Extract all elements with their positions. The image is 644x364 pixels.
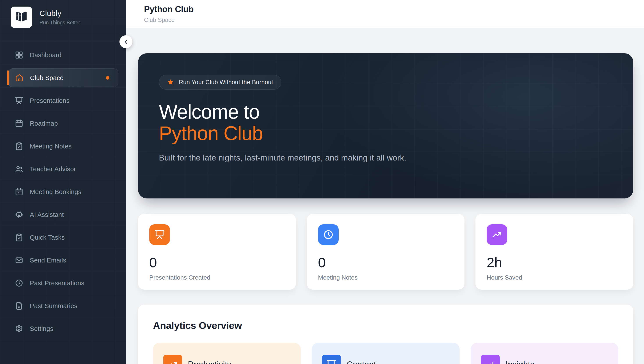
app-root: Clubly Run Things Better DashboardClub S… (0, 0, 644, 364)
hero-title-line1: Welcome to (159, 101, 260, 123)
gear-icon (15, 324, 23, 333)
presentation-icon (326, 359, 336, 364)
page-title: Python Club (144, 5, 644, 14)
mail-icon (15, 256, 23, 264)
hero-title-line2: Python Club (159, 122, 263, 144)
sidebar-item-label: Meeting Notes (30, 143, 72, 150)
grid-icon (15, 51, 23, 59)
file-text-icon (15, 302, 23, 310)
presentation-icon (154, 229, 165, 240)
analytics-card-productivity[interactable]: Productivity (153, 343, 301, 364)
clipboard-check-icon (15, 233, 23, 242)
page-header: Python Club Club Space (126, 0, 644, 28)
sidebar-item-dashboard[interactable]: Dashboard (8, 46, 118, 65)
sidebar-item-label: Quick Tasks (30, 234, 65, 241)
sidebar-item-label: Teacher Advisor (30, 166, 76, 173)
presentation-icon (15, 97, 23, 105)
clock-icon (318, 224, 339, 245)
calendar-dot-icon (15, 188, 23, 196)
bar-chart-icon (481, 355, 500, 364)
brand-tagline: Run Things Better (40, 20, 80, 26)
presentation-icon (149, 224, 170, 245)
sidebar-item-label: Send Emails (30, 257, 66, 264)
sidebar-nav: DashboardClub SpacePresentationsRoadmapM… (0, 34, 126, 338)
file-text-icon (15, 302, 23, 310)
analytics-title: Analytics Overview (153, 320, 618, 331)
gear-icon (15, 324, 23, 333)
sidebar-item-label: Past Summaries (30, 302, 78, 310)
bot-icon (15, 210, 23, 219)
stat-card-0: 0Presentations Created (138, 214, 296, 290)
sidebar-item-settings[interactable]: Settings (8, 319, 118, 338)
sidebar-item-label: Past Presentations (30, 280, 84, 287)
clubly-logo (11, 7, 32, 28)
hero-banner: Run Your Club Without the Burnout Welcom… (138, 53, 633, 198)
hero-title: Welcome to Python Club (159, 101, 633, 144)
clock-icon (15, 279, 23, 287)
sidebar-item-label: Roadmap (30, 120, 58, 127)
grid-icon (15, 51, 23, 59)
analytics-card-label: Content (346, 360, 376, 364)
sidebar-item-roadmap[interactable]: Roadmap (8, 114, 118, 133)
home-icon (15, 74, 24, 82)
stat-value: 2h (486, 255, 633, 270)
sidebar-item-label: AI Assistant (30, 211, 64, 218)
analytics-cards: ProductivityContentInsights (153, 343, 618, 364)
analytics-card-label: Productivity (188, 360, 232, 364)
sidebar-item-label: Settings (30, 325, 53, 332)
sidebar-item-ai-assistant[interactable]: AI Assistant (8, 205, 118, 224)
clock-icon (15, 279, 23, 287)
bot-icon (15, 210, 23, 219)
page-subtitle: Club Space (144, 17, 644, 24)
stats-row: 0Presentations Created0Meeting Notes2hHo… (138, 214, 633, 290)
sidebar: Clubly Run Things Better DashboardClub S… (0, 0, 126, 364)
analytics-section: Analytics Overview ProductivityContentIn… (138, 304, 633, 364)
presentation-icon (15, 97, 23, 105)
sidebar-item-past-presentations[interactable]: Past Presentations (8, 274, 118, 292)
active-dot-icon (106, 76, 110, 80)
home-icon (15, 74, 24, 82)
stat-value: 0 (318, 255, 465, 270)
star-icon (167, 79, 174, 86)
analytics-card-insights[interactable]: Insights (470, 343, 618, 364)
trending-up-icon (486, 224, 507, 245)
brand: Clubly Run Things Better (0, 0, 126, 34)
sidebar-collapse-button[interactable] (120, 35, 132, 48)
analytics-card-label: Insights (506, 360, 534, 364)
sidebar-item-label: Meeting Bookings (30, 188, 81, 196)
sidebar-item-quick-tasks[interactable]: Quick Tasks (8, 228, 118, 247)
sidebar-item-teacher-advisor[interactable]: Teacher Advisor (8, 160, 118, 178)
sidebar-item-club-space[interactable]: Club Space (8, 68, 118, 87)
stat-value: 0 (149, 255, 296, 270)
hero-subtitle: Built for the late nights, last-minute m… (159, 153, 633, 162)
trending-up-icon (163, 355, 182, 364)
brand-name: Clubly (40, 9, 80, 18)
stat-label: Meeting Notes (318, 274, 465, 281)
users-icon (15, 165, 23, 173)
sidebar-item-send-emails[interactable]: Send Emails (8, 251, 118, 270)
stat-label: Presentations Created (149, 274, 296, 281)
sidebar-item-label: Dashboard (30, 52, 62, 59)
sidebar-item-past-summaries[interactable]: Past Summaries (8, 296, 118, 315)
calendar-icon (15, 119, 23, 128)
trending-up-icon (492, 229, 502, 240)
stat-label: Hours Saved (486, 274, 633, 281)
hero-badge: Run Your Club Without the Burnout (159, 75, 281, 90)
sidebar-item-meeting-notes[interactable]: Meeting Notes (8, 137, 118, 156)
sidebar-item-label: Club Space (30, 74, 64, 82)
sidebar-item-meeting-bookings[interactable]: Meeting Bookings (8, 182, 118, 201)
clipboard-check-icon (15, 233, 23, 242)
stat-card-2: 2hHours Saved (476, 214, 633, 290)
mail-icon (15, 256, 23, 264)
clipboard-check-icon (15, 142, 23, 150)
analytics-card-content[interactable]: Content (312, 343, 460, 364)
hero-badge-label: Run Your Club Without the Burnout (179, 79, 273, 86)
sidebar-item-presentations[interactable]: Presentations (8, 91, 118, 110)
book-icon (14, 10, 29, 25)
main-content: Run Your Club Without the Burnout Welcom… (126, 28, 644, 364)
users-icon (15, 165, 23, 173)
trending-up-icon (168, 359, 178, 364)
calendar-icon (15, 119, 23, 128)
sidebar-item-label: Presentations (30, 97, 70, 104)
chevron-left-icon (123, 39, 129, 45)
